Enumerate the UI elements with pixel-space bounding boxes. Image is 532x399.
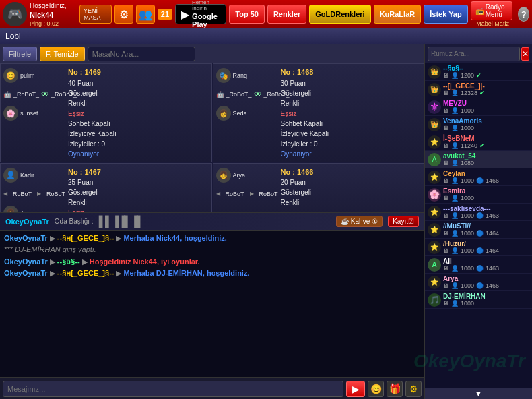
chat-message: OkeyOynaTr ▶ --§ʜ[_GECE_]§-- ▶ Merhaba N… [4, 233, 420, 243]
avatar: ⭐ [428, 171, 441, 184]
filtrele-button[interactable]: Filtrele [3, 47, 37, 61]
table-row[interactable]: 🎭 Ranq 🤖 _RoBoT_ 👁 _RoBoT_ 👩 Seda [213, 63, 425, 162]
list-item[interactable]: 🌸 Esmira 🖥 👤 1000 [425, 186, 532, 204]
list-item[interactable]: 👑 VenaAmoris 🖥 👤 1000 [425, 116, 532, 133]
scroll-down-arrow[interactable]: ▼ [425, 388, 532, 399]
f-temizle-button[interactable]: F. Temizle [40, 47, 85, 61]
list-item[interactable]: ⚜ MEVZU 🖥 👤 1000 [425, 98, 532, 116]
user-name-label: //MuSTi// [443, 222, 529, 230]
user-name-label: Arya [443, 275, 529, 282]
list-item[interactable]: 👑 --§ʋ§-- 🖥 👤 1200 ✔ [425, 63, 532, 81]
table-row[interactable]: 👧 Arya ◀ _RoBoT_ ▶ _RoBoT_ No : 1466 20 … [213, 163, 425, 212]
top50-button[interactable]: Top 50 [229, 5, 265, 24]
username-label: Nick44 [30, 11, 53, 19]
avatar: A [428, 258, 441, 272]
google-play-button[interactable]: ▶ Hemen İndirin Google Play [175, 4, 226, 24]
player-slot: 🌸 sunset [3, 104, 64, 122]
emoji-button[interactable]: 😊 [368, 381, 384, 397]
list-item[interactable]: ⭐ //MuSTi// 🖥 👤 1000 🔵 1464 [425, 221, 532, 239]
kurallar-button[interactable]: KuRaLlaR [374, 5, 422, 24]
person-icon: 👤 [451, 195, 459, 202]
gift-button[interactable]: 🎁 [387, 381, 403, 397]
chat-message: *** DJ-EMİRHAN giriş yaptı. [4, 245, 420, 255]
screen-icon: 🖥 [443, 282, 449, 289]
player-slot: 🎭 Ranq [216, 67, 277, 84]
screen-icon: 🖥 [443, 300, 449, 307]
radio-menu-button[interactable]: 📻 Radyo Menü [471, 1, 513, 20]
user-name-label: ---saklısevda--- [443, 205, 529, 212]
kayit-button[interactable]: Kayıt☑ [388, 216, 419, 227]
eye-icon: 👁 [41, 90, 49, 99]
person-icon: 👤 [451, 72, 459, 79]
badge-count[interactable]: 21 [158, 9, 172, 20]
avatar: 👧 [3, 206, 18, 212]
chat-settings-button[interactable]: ⚙ [405, 381, 422, 397]
avatar: ⚜ [428, 100, 441, 114]
screen-icon: 🖥 [443, 195, 449, 202]
chat-area: OkeyOynaTr Oda Başlığı : ▌▌▐▐▌▐▌ ☕ Kahve… [0, 212, 424, 399]
person-icon: 👤 [451, 265, 459, 272]
yeni-masa-button[interactable]: YENİ MASA [79, 5, 112, 24]
screen-icon: 🖥 [443, 212, 449, 219]
list-item[interactable]: A avukat_54 🖥 👤 1080 [425, 151, 532, 168]
person-icon: 👤 [451, 282, 459, 289]
screen-icon: 🖥 [443, 265, 449, 272]
right-panel: ✕ 👑 --§ʋ§-- 🖥 👤 1200 ✔ 👑 [424, 44, 532, 399]
people-button[interactable]: 👥 [136, 5, 155, 24]
screen-icon: 🖥 [443, 177, 449, 184]
player-slot: 😊 pulim [3, 67, 64, 84]
table-info: No : 1469 40 Puan Göstergeli Renkli Eşsi… [64, 67, 209, 159]
masano-search-input[interactable] [88, 47, 195, 61]
list-item[interactable]: ⭐ ---saklısevda--- 🖥 👤 1000 🔵 1463 [425, 204, 532, 221]
avatar: ⭐ [428, 223, 441, 237]
rumuz-search-bar: ✕ [425, 44, 532, 63]
chat-settings-icon: ⚙ [409, 383, 418, 394]
avatar: ⭐ [428, 241, 441, 254]
gold-renkler-button[interactable]: GoLDRenkleri [309, 5, 370, 24]
player-slot: 👧 Arya [216, 166, 277, 184]
google-play-icon: ▶ [181, 8, 189, 21]
user-name-label: DJ-EMİRHAN [443, 293, 529, 300]
list-item[interactable]: ⭐ Ceylan 🖥 👤 1000 🔵 1466 [425, 168, 532, 186]
kahve-button[interactable]: ☕ Kahve ① [336, 216, 383, 227]
player-slot: ◀ _RoBoT_ ▶ _RoBoT_ [3, 185, 64, 203]
rumuz-search-input[interactable] [428, 47, 520, 61]
istek-yap-button[interactable]: İstek Yap [424, 5, 468, 24]
person-icon: 👤 [451, 107, 459, 114]
help-button[interactable]: ? [518, 7, 529, 22]
watermark: OkeyOynaTr [413, 350, 424, 372]
screen-icon: 🖥 [443, 125, 449, 131]
list-item[interactable]: A Ali 🖥 👤 1000 🔵 1463 [425, 256, 532, 274]
lobi-label: Lobi [5, 32, 21, 41]
list-item[interactable]: ⭐ /Huzur/ 🖥 👤 1000 🔵 1464 [425, 239, 532, 256]
renkler-button[interactable]: Renkler [267, 5, 306, 24]
person-icon: 👤 [451, 177, 459, 184]
robot-icon: 🤖 [216, 91, 224, 98]
avatar: A [428, 153, 441, 166]
table-row[interactable]: 👤 Kadir ◀ _RoBoT_ ▶ _RoBoT_ 👧 Arya [0, 163, 212, 212]
screen-icon: 🖥 [443, 90, 449, 96]
list-item[interactable]: 🎵 DJ-EMİRHAN 🖥 👤 1000 [425, 291, 532, 309]
send-button[interactable]: ▶ [346, 381, 365, 397]
table-row[interactable]: 😊 pulim 🤖 _RoBoT_ 👁 _RoBoT_ 🌸 sunset [0, 63, 212, 162]
radio-icon: 📻 [475, 7, 484, 15]
avatar: 👑 [428, 118, 441, 131]
user-name-label: MEVZU [443, 100, 529, 107]
chat-header: OkeyOynaTr Oda Başlığı : ▌▌▐▐▌▐▌ ☕ Kahve… [0, 213, 424, 231]
settings-button[interactable]: ⚙ [114, 5, 133, 24]
list-item[interactable]: ⭐ İ-ŞeBNeM 🖥 👤 11240 ✔ [425, 133, 532, 151]
screen-icon: 🖥 [443, 247, 449, 254]
arrow-right-icon: ▶ [250, 191, 254, 197]
person-icon: 👤 [451, 300, 459, 307]
tables-grid: 😊 pulim 🤖 _RoBoT_ 👁 _RoBoT_ 🌸 sunset [0, 63, 424, 212]
player-slot: 👧 Arya [3, 204, 64, 212]
screen-icon: 🖥 [443, 142, 449, 149]
avatar: 🌸 [3, 106, 18, 121]
clear-search-button[interactable]: ✕ [521, 47, 529, 61]
message-input[interactable] [3, 381, 343, 397]
screen-icon: 🖥 [443, 107, 449, 114]
chat-messages: OkeyOynaTr ▶ --§ʜ[_GECE_]§-- ▶ Merhaba N… [0, 231, 424, 377]
person-icon: 👤 [451, 90, 459, 96]
list-item[interactable]: 👑 --[|_GECE_]|- 🖥 👤 12328 ✔ [425, 81, 532, 98]
list-item[interactable]: ⭐ Arya 🖥 👤 1000 🔵 1466 [425, 274, 532, 291]
